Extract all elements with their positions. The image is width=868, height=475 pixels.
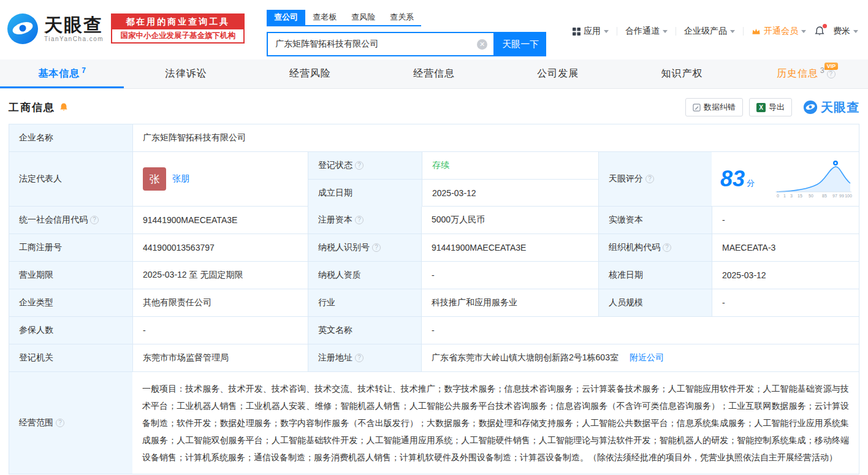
establish-date-value: 2025-03-12 xyxy=(422,180,598,207)
search-tab-relation[interactable]: 查关系 xyxy=(383,10,421,25)
business-term-label: 营业期限 xyxy=(9,262,132,289)
nav-user-label: 费米 xyxy=(833,26,850,37)
tianyan-score[interactable]: 83 分 0 1 3 15 50 85 97 99 100 xyxy=(712,152,859,206)
staff-size-value: - xyxy=(712,289,859,316)
table-row: 统一社会信用代码 91441900MAECEATA3E 注册资本 5000万人民… xyxy=(9,206,859,234)
info-icon xyxy=(90,216,99,224)
correction-pencil-icon xyxy=(693,104,701,112)
tab-legal-label: 法律诉讼 xyxy=(165,67,207,80)
business-scope-value: 一般项目：技术服务、技术开发、技术咨询、技术交流、技术转让、技术推广；数字技术服… xyxy=(132,372,859,474)
chevron-down-icon xyxy=(663,30,668,36)
chevron-down-icon xyxy=(604,30,609,36)
paid-capital-label: 实缴资本 xyxy=(598,207,712,234)
notification-bell[interactable] xyxy=(814,26,825,37)
tab-company-development[interactable]: 公司发展 xyxy=(496,59,620,88)
approve-date-value: 2025-03-12 xyxy=(712,262,859,289)
business-info-table: 企业名称 广东矩阵智拓科技有限公司 法定代表人 张 张朋 登记状态 存续 xyxy=(9,124,859,474)
table-row: 登记机关 东莞市市场监督管理局 注册地址 广东省东莞市大岭山镇大塘朗创新路2号1… xyxy=(9,344,859,371)
score-axis-tick: 97 xyxy=(832,194,837,198)
score-value: 83 xyxy=(720,168,745,190)
staff-size-label: 人员规模 xyxy=(598,289,712,316)
vip-badge: VIP xyxy=(824,63,839,70)
table-row: 工商注册号 441900013563797 纳税人识别号 91441900MAE… xyxy=(9,234,859,261)
score-axis-tick: 3 xyxy=(790,194,793,198)
legal-rep-name-link[interactable]: 张朋 xyxy=(172,173,189,184)
slogan-line2: 国家中小企业发展子基金旗下机构 xyxy=(112,29,243,42)
tianyancha-logo-icon xyxy=(6,12,39,45)
nav-apps[interactable]: 应用 xyxy=(573,26,609,37)
nav-enterprise[interactable]: 企业级产品 xyxy=(684,26,735,37)
clear-search-icon[interactable]: ✕ xyxy=(477,39,487,50)
business-scope-label: 经营范围 xyxy=(9,372,132,474)
score-label: 天眼评分 xyxy=(598,152,712,206)
score-curve-chart: 0 1 3 15 50 85 97 99 100 xyxy=(773,159,854,199)
nav-divider xyxy=(617,27,617,36)
info-icon xyxy=(645,175,654,183)
nav-partner[interactable]: 合作通道 xyxy=(625,26,668,37)
uscc-label: 统一社会信用代码 xyxy=(9,207,132,234)
english-name-label: 英文名称 xyxy=(308,317,421,344)
nearby-companies-link[interactable]: 附近公司 xyxy=(630,352,664,363)
search-tab-boss[interactable]: 查老板 xyxy=(305,10,344,25)
tab-basic-info-label: 基本信息 xyxy=(38,67,80,80)
table-row: 参保人数 - 英文名称 - xyxy=(9,316,859,344)
section-title: 工商信息 xyxy=(9,101,69,115)
business-term-value: 2025-03-12 至 无固定期限 xyxy=(132,262,308,289)
watermark-logo-icon xyxy=(803,100,818,115)
apps-grid-icon xyxy=(573,28,581,36)
info-icon xyxy=(56,419,64,427)
company-name-value: 广东矩阵智拓科技有限公司 xyxy=(132,124,859,151)
uscc-value: 91441900MAECEATA3E xyxy=(132,207,308,234)
info-icon xyxy=(372,243,381,252)
chevron-down-icon xyxy=(853,30,858,36)
score-axis-tick: 99 xyxy=(839,194,844,198)
search-tab-risk[interactable]: 查风险 xyxy=(344,10,383,25)
section-title-text: 工商信息 xyxy=(9,101,55,115)
search-input[interactable] xyxy=(275,39,477,49)
english-name-value: - xyxy=(421,317,859,344)
tab-history-info[interactable]: VIP 历史信息 3 xyxy=(744,59,868,88)
company-name-label: 企业名称 xyxy=(9,124,132,151)
tab-basic-info[interactable]: 基本信息 7 xyxy=(0,59,124,88)
tab-history-count: 3 xyxy=(820,66,824,75)
watermark-text: 天眼查 xyxy=(821,99,859,116)
table-row: 法定代表人 张 张朋 登记状态 存续 成立日期 2025-03-12 xyxy=(9,151,859,206)
nav-open-vip[interactable]: 开通会员 xyxy=(752,26,806,37)
score-axis-tick: 85 xyxy=(822,194,827,198)
nav-user[interactable]: 费米 xyxy=(833,26,858,37)
data-correction-button[interactable]: 数据纠错 xyxy=(685,98,743,116)
watermark-logo: 天眼查 xyxy=(803,99,859,116)
reg-authority-value: 东莞市市场监督管理局 xyxy=(132,344,308,371)
approve-date-label: 核准日期 xyxy=(598,262,712,289)
tab-intellectual-property[interactable]: 知识产权 xyxy=(620,59,744,88)
nav-apps-label: 应用 xyxy=(584,26,601,37)
subscribe-bell-icon[interactable] xyxy=(59,102,69,112)
score-axis-tick: 100 xyxy=(845,194,852,198)
search-button[interactable]: 天眼一下 xyxy=(495,32,546,56)
org-code-label: 组织机构代码 xyxy=(598,234,712,261)
search-tab-company[interactable]: 查公司 xyxy=(267,10,305,25)
nav-vip-label: 开通会员 xyxy=(764,26,798,37)
legal-rep-avatar: 张 xyxy=(143,167,166,191)
info-icon xyxy=(827,70,836,78)
crown-icon xyxy=(752,28,761,35)
tianyancha-logo[interactable]: 天眼查 TianYanCha.com xyxy=(6,12,104,45)
tab-legal-proceedings[interactable]: 法律诉讼 xyxy=(124,59,248,88)
reg-status-value: 存续 xyxy=(422,152,598,179)
export-label: 导出 xyxy=(769,102,785,113)
data-correction-label: 数据纠错 xyxy=(704,102,736,113)
reg-authority-label: 登记机关 xyxy=(9,344,132,371)
tab-operating-info[interactable]: 经营信息 xyxy=(372,59,496,88)
export-button[interactable]: X 导出 xyxy=(749,98,792,116)
reg-number-label: 工商注册号 xyxy=(9,234,132,261)
insured-label: 参保人数 xyxy=(9,317,132,344)
search-box: ✕ xyxy=(267,32,495,56)
tab-operating-risk[interactable]: 经营风险 xyxy=(248,59,372,88)
nav-enterprise-label: 企业级产品 xyxy=(684,26,727,37)
taxpayer-id-value: 91441900MAECEATA3E xyxy=(421,234,598,261)
info-icon xyxy=(663,243,671,252)
org-code-value: MAECEATA-3 xyxy=(712,234,859,261)
reg-capital-label: 注册资本 xyxy=(308,207,421,234)
reg-address-value: 广东省东莞市大岭山镇大塘朗创新路2号1栋603室 附近公司 xyxy=(421,344,859,371)
industry-value: 科技推广和应用服务业 xyxy=(421,289,598,316)
